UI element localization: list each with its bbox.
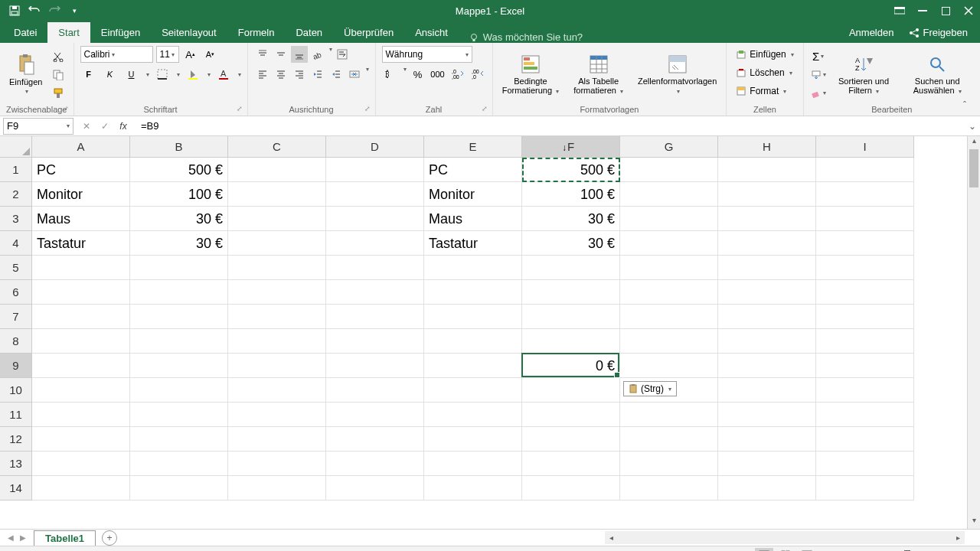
bold-button[interactable]: F xyxy=(80,66,97,83)
cell-I9[interactable] xyxy=(816,354,914,378)
select-all-button[interactable] xyxy=(0,136,32,158)
cell-B11[interactable] xyxy=(130,403,228,427)
redo-icon[interactable] xyxy=(47,4,61,18)
accounting-format-icon[interactable]: ₿ xyxy=(382,66,399,83)
collapse-ribbon-icon[interactable]: ˆ xyxy=(963,100,975,112)
add-sheet-icon[interactable]: + xyxy=(102,530,117,546)
cell-I5[interactable] xyxy=(816,256,914,280)
cell-G13[interactable] xyxy=(620,452,718,476)
cell-D13[interactable] xyxy=(326,452,424,476)
align-middle-icon[interactable] xyxy=(273,46,289,63)
tab-data[interactable]: Daten xyxy=(285,22,333,43)
increase-font-icon[interactable]: A▴ xyxy=(182,46,199,63)
cell-D3[interactable] xyxy=(326,207,424,231)
cell-H11[interactable] xyxy=(718,403,816,427)
cell-I14[interactable] xyxy=(816,476,914,500)
cell-H7[interactable] xyxy=(718,305,816,329)
cell-C3[interactable] xyxy=(228,207,326,231)
tab-view[interactable]: Ansicht xyxy=(404,22,459,43)
cell-C2[interactable] xyxy=(228,182,326,207)
cell-C5[interactable] xyxy=(228,256,326,280)
cell-C11[interactable] xyxy=(228,403,326,427)
cell-B14[interactable] xyxy=(130,476,228,500)
col-header-I[interactable]: I xyxy=(816,136,914,158)
horizontal-scrollbar[interactable]: ◂ ▸ xyxy=(605,531,965,544)
autosum-icon[interactable]: Σ ▾ xyxy=(810,48,827,65)
cell-B3[interactable]: 30 € xyxy=(130,207,228,231)
align-bottom-icon[interactable] xyxy=(291,46,308,63)
scroll-right-icon[interactable]: ▸ xyxy=(952,533,965,542)
row-header-11[interactable]: 11 xyxy=(0,403,32,427)
cell-A1[interactable]: PC xyxy=(32,158,130,182)
cell-B7[interactable] xyxy=(130,305,228,329)
number-dialog-icon[interactable]: ⤢ xyxy=(480,105,489,114)
fill-icon[interactable]: ▾ xyxy=(810,67,827,83)
cell-G5[interactable] xyxy=(620,256,718,280)
cell-G11[interactable] xyxy=(620,403,718,427)
ribbon-options-icon[interactable] xyxy=(888,0,911,21)
cell-D9[interactable] xyxy=(326,354,424,378)
cell-F11[interactable] xyxy=(522,403,620,427)
format-painter-icon[interactable] xyxy=(50,85,67,102)
delete-cells-button[interactable]: Löschen▾ xyxy=(733,64,795,81)
page-layout-view-icon[interactable] xyxy=(776,548,795,552)
cell-C13[interactable] xyxy=(228,452,326,476)
cell-I2[interactable] xyxy=(816,182,914,207)
font-size-select[interactable]: 11▾ xyxy=(156,46,179,63)
cell-C1[interactable] xyxy=(228,158,326,182)
paste-options-button[interactable]: (Strg)▾ xyxy=(623,381,677,396)
scroll-thumb[interactable] xyxy=(969,149,978,187)
cell-I4[interactable] xyxy=(816,231,914,256)
cell-G2[interactable] xyxy=(620,182,718,207)
cell-G6[interactable] xyxy=(620,280,718,305)
wrap-text-icon[interactable] xyxy=(334,46,351,63)
qat-customize-icon[interactable]: ▾ xyxy=(67,4,81,18)
cell-F5[interactable] xyxy=(522,256,620,280)
cell-F12[interactable] xyxy=(522,427,620,452)
cell-D10[interactable] xyxy=(326,378,424,403)
cell-E7[interactable] xyxy=(424,305,522,329)
cell-E3[interactable]: Maus xyxy=(424,207,522,231)
clear-icon[interactable]: ▾ xyxy=(810,85,827,102)
tab-insert[interactable]: Einfügen xyxy=(90,22,151,43)
close-icon[interactable] xyxy=(957,0,980,21)
sheet-tab-active[interactable]: Tabelle1 xyxy=(34,530,96,546)
cell-H14[interactable] xyxy=(718,476,816,500)
cell-G8[interactable] xyxy=(620,329,718,354)
cell-D4[interactable] xyxy=(326,231,424,256)
cell-D12[interactable] xyxy=(326,427,424,452)
cell-C6[interactable] xyxy=(228,280,326,305)
row-header-5[interactable]: 5 xyxy=(0,256,32,280)
row-header-14[interactable]: 14 xyxy=(0,476,32,500)
tab-home[interactable]: Start xyxy=(47,22,90,43)
percent-icon[interactable]: % xyxy=(410,66,426,83)
scroll-down-icon[interactable]: ▾ xyxy=(968,516,980,529)
formula-input[interactable] xyxy=(136,118,965,135)
cell-F2[interactable]: 100 € xyxy=(522,182,620,207)
underline-button[interactable]: U xyxy=(123,66,140,83)
cell-B8[interactable] xyxy=(130,329,228,354)
cell-A13[interactable] xyxy=(32,452,130,476)
tab-file[interactable]: Datei xyxy=(3,22,47,43)
cell-B6[interactable] xyxy=(130,280,228,305)
font-color-icon[interactable]: A xyxy=(215,66,232,83)
vertical-scrollbar[interactable]: ▴ ▾ xyxy=(967,136,980,529)
cell-I3[interactable] xyxy=(816,207,914,231)
cell-F3[interactable]: 30 € xyxy=(522,207,620,231)
cell-D6[interactable] xyxy=(326,280,424,305)
cell-C10[interactable] xyxy=(228,378,326,403)
merge-center-icon[interactable] xyxy=(346,66,363,83)
cell-A12[interactable] xyxy=(32,427,130,452)
cell-G7[interactable] xyxy=(620,305,718,329)
cell-A2[interactable]: Monitor xyxy=(32,182,130,207)
cell-H8[interactable] xyxy=(718,329,816,354)
cell-B2[interactable]: 100 € xyxy=(130,182,228,207)
cell-G9[interactable] xyxy=(620,354,718,378)
page-break-view-icon[interactable] xyxy=(798,548,816,552)
row-header-8[interactable]: 8 xyxy=(0,329,32,354)
tab-pagelayout[interactable]: Seitenlayout xyxy=(151,22,227,43)
sheet-nav-next-icon[interactable]: ▶ xyxy=(20,533,26,542)
cell-H2[interactable] xyxy=(718,182,816,207)
cell-A10[interactable] xyxy=(32,378,130,403)
scroll-up-icon[interactable]: ▴ xyxy=(968,136,980,149)
